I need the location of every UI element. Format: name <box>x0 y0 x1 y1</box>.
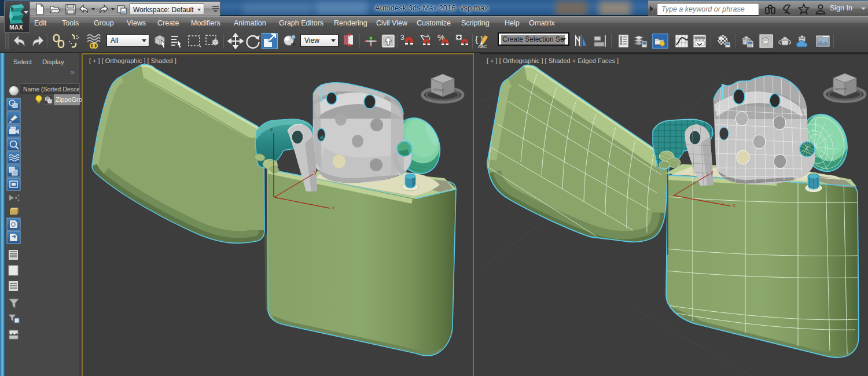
svg-text:y: y <box>711 169 713 175</box>
svg-text:3: 3 <box>400 34 404 42</box>
svg-text:ABC: ABC <box>478 44 487 49</box>
svg-text:x: x <box>733 202 735 208</box>
svg-text:y: y <box>314 169 317 175</box>
svg-text:FRONT: FRONT <box>835 87 847 91</box>
svg-text:z: z <box>270 126 273 132</box>
svg-text:x: x <box>332 205 335 211</box>
